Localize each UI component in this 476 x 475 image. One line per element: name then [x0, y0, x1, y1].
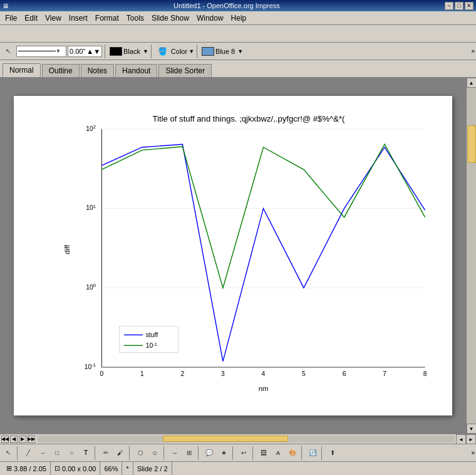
size-status: ⊡ 0.00 x 0.00 — [51, 462, 100, 475]
rect-tool[interactable]: □ — [50, 446, 64, 460]
smiley-tool[interactable]: ☺ — [148, 446, 162, 460]
tab-notes[interactable]: Notes — [81, 64, 114, 77]
tab-handout[interactable]: Handout — [115, 64, 157, 77]
svg-text:4: 4 — [262, 370, 266, 377]
chart-title: Title of stuff and things. ;qjkxbwz/,.py… — [153, 114, 346, 123]
ellipse-tool[interactable]: ○ — [65, 446, 78, 460]
scroll-track-v[interactable] — [467, 88, 477, 424]
zoom-status: 66% — [100, 462, 122, 475]
size-icon: ⊡ — [54, 464, 60, 472]
horizontal-scroll-thumb[interactable] — [163, 436, 288, 442]
angle-input[interactable]: 0.00" ▲▼ — [68, 46, 102, 57]
rotate-tool[interactable]: 🔃 — [306, 446, 319, 460]
line-tool[interactable]: ╱ — [21, 446, 35, 460]
menu-item-tools[interactable]: Tools — [123, 13, 148, 24]
svg-text:1: 1 — [140, 370, 144, 377]
paint-tool[interactable]: 🖌 — [113, 446, 127, 460]
view-tabs: NormalOutlineNotesHandoutSlide Sorter — [0, 60, 476, 78]
horizontal-scroll-area: ◀◀ ◀ ▶ ▶▶ ◄ ► — [0, 434, 476, 444]
last-page-button[interactable]: ▶▶ — [28, 436, 35, 443]
minimize-button[interactable]: − — [445, 2, 453, 10]
vertical-scrollbar[interactable]: ▲ ▼ — [466, 78, 476, 434]
size-value: 0.00 x 0.00 — [62, 465, 96, 472]
select-tool[interactable]: ↖ — [1, 446, 15, 460]
line-color-arrow[interactable]: ▼ — [143, 48, 148, 55]
main-toolbar — [0, 25, 476, 43]
polygon-tool[interactable]: ⬡ — [133, 446, 147, 460]
text-tool[interactable]: T — [79, 446, 93, 460]
modifier-status: * — [122, 462, 133, 475]
scroll-up-button[interactable]: ▲ — [467, 78, 477, 88]
menu-item-format[interactable]: Format — [91, 13, 123, 24]
fontwork-tool[interactable]: A — [271, 446, 285, 460]
maximize-button[interactable]: □ — [455, 2, 463, 10]
menu-item-file[interactable]: File — [1, 13, 21, 24]
main-area: Title of stuff and things. ;qjkxbwz/,.py… — [0, 78, 476, 434]
menu-item-edit[interactable]: Edit — [21, 13, 41, 24]
menu-item-view[interactable]: View — [41, 13, 65, 24]
y-axis-label: diff — [63, 244, 71, 254]
connector-tool[interactable]: ↔ — [168, 446, 182, 460]
svg-text:100: 100 — [86, 283, 96, 291]
toolbar-overflow-arrow[interactable]: » — [471, 48, 475, 55]
fill-arrow[interactable]: ▼ — [189, 48, 194, 55]
svg-text:7: 7 — [383, 370, 386, 377]
arrange-tool[interactable]: ⬆ — [326, 446, 339, 460]
tab-normal[interactable]: Normal — [3, 63, 41, 77]
freehand-tool[interactable]: ✏ — [99, 446, 113, 460]
fill-label: Color — [171, 48, 187, 55]
fill-color-label: Blue 8 — [215, 48, 235, 55]
chart-svg: Title of stuff and things. ;qjkxbwz/,.py… — [51, 108, 446, 397]
callout-tool[interactable]: 💬 — [202, 446, 216, 460]
window-controls[interactable]: − □ ✕ — [445, 2, 473, 10]
svg-text:6: 6 — [343, 370, 346, 377]
arrow-tool[interactable]: → — [36, 446, 49, 460]
slide[interactable]: Title of stuff and things. ;qjkxbwz/,.py… — [14, 96, 452, 415]
position-status: ⊞ 3.88 / 2.05 — [3, 462, 51, 475]
zoom-value: 66% — [104, 465, 118, 472]
scroll-right-button[interactable]: ► — [466, 434, 476, 444]
horizontal-scroll-track[interactable] — [38, 436, 455, 442]
x-axis-label: nm — [259, 385, 269, 392]
svg-text:5: 5 — [302, 370, 306, 377]
3d-tool[interactable]: ↩ — [237, 446, 251, 460]
svg-text:101: 101 — [86, 204, 96, 212]
next-page-button[interactable]: ▶ — [19, 436, 26, 443]
fill-icon[interactable]: 🪣 — [156, 44, 170, 58]
draw-toolbar-overflow[interactable]: » — [471, 449, 475, 456]
color-palette-tool[interactable]: 🎨 — [286, 446, 299, 460]
green-line — [101, 144, 425, 288]
scroll-down-button[interactable]: ▼ — [467, 424, 477, 434]
flowchart-tool[interactable]: ⊞ — [182, 446, 196, 460]
slide-info: Slide 2 / 2 — [137, 465, 168, 472]
statusbar: ⊞ 3.88 / 2.05 ⊡ 0.00 x 0.00 66% * Slide … — [0, 461, 476, 475]
fill-color-arrow[interactable]: ▼ — [237, 48, 243, 55]
menu-item-insert[interactable]: Insert — [65, 13, 91, 24]
line-color-label: Black — [123, 48, 140, 55]
line-style-dropdown[interactable]: ▼ — [16, 46, 66, 57]
star-tool[interactable]: ★ — [217, 446, 230, 460]
prev-page-button[interactable]: ◀ — [10, 436, 18, 443]
close-button[interactable]: ✕ — [465, 2, 473, 10]
menu-item-help[interactable]: Help — [227, 13, 251, 24]
tab-slide-sorter[interactable]: Slide Sorter — [158, 64, 212, 77]
svg-text:2: 2 — [181, 370, 185, 377]
menubar: FileEditViewInsertFormatToolsSlide ShowW… — [0, 11, 476, 25]
tab-outline[interactable]: Outline — [42, 64, 80, 77]
svg-text:0: 0 — [100, 370, 103, 377]
svg-text:3: 3 — [221, 370, 225, 377]
first-page-button[interactable]: ◀◀ — [1, 436, 9, 443]
menu-item-window[interactable]: Window — [193, 13, 227, 24]
svg-text:10-1: 10-1 — [85, 362, 96, 370]
app-icon: 🖥 — [3, 3, 9, 9]
modifier-value: * — [126, 465, 128, 472]
chart-container: Title of stuff and things. ;qjkxbwz/,.py… — [51, 108, 446, 397]
svg-text:8: 8 — [423, 370, 427, 377]
pointer-button[interactable]: ↖ — [1, 44, 15, 58]
scroll-thumb-v[interactable] — [467, 125, 476, 163]
menu-item-slide-show[interactable]: Slide Show — [148, 13, 193, 24]
slide-area: Title of stuff and things. ;qjkxbwz/,.py… — [0, 78, 466, 434]
scroll-left-button[interactable]: ◄ — [456, 434, 466, 444]
slide-status: Slide 2 / 2 — [133, 462, 172, 475]
insert-image-tool[interactable]: 🖼 — [257, 446, 271, 460]
